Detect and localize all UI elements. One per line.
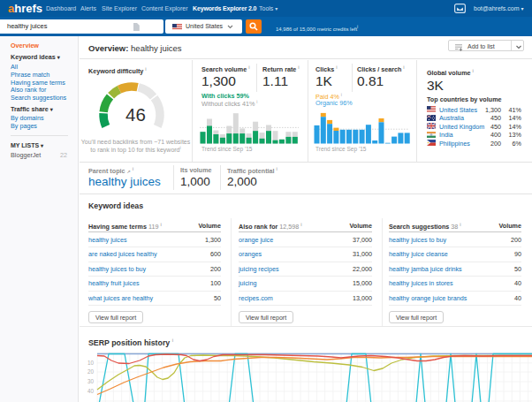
svg-text:10: 10 [87, 360, 95, 366]
svg-text:40: 40 [87, 388, 95, 394]
svg-text:20: 20 [87, 368, 95, 375]
svg-text:30: 30 [87, 378, 95, 384]
svg-text:46: 46 [125, 104, 146, 125]
